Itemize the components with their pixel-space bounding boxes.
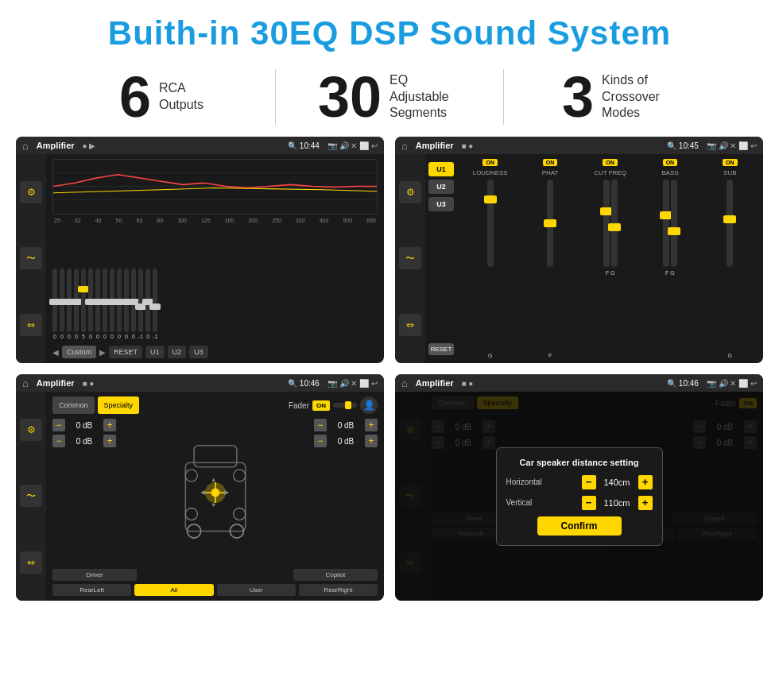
fader-minus-3[interactable]: − [314,419,327,431]
cross-main: U1 U2 U3 RESET ON LOUDNESS [425,154,763,363]
eq-u3-button[interactable]: U3 [189,346,208,358]
eq-dots: ● ▶ [83,141,96,150]
cross-icon-1[interactable]: ⚙ [399,181,421,203]
fader-avatar: 👤 [360,396,378,414]
cross-sidebar: ⚙ 〜 ⇔ [395,154,425,363]
vertical-minus-btn[interactable]: − [582,496,596,510]
fader-icon-3[interactable]: ⇔ [20,551,42,574]
fader-home-icon: ⌂ [22,377,29,389]
eq-icon-3[interactable]: ⇔ [20,314,42,336]
eq-next-button[interactable]: ▶ [99,346,106,358]
fader-icon-1[interactable]: ⚙ [20,419,42,441]
eq-status-icons: 📷 🔊 ✕ ⬜ ↩ [327,141,378,150]
horizontal-value: 140cm [599,478,635,487]
crossover-screen-card: ⌂ Amplifier ■ ● 🔍 10:45 📷 🔊 ✕ ⬜ ↩ ⚙ 〜 ⇔ … [395,137,763,363]
fader-all-btn[interactable]: All [134,584,213,596]
stat-number-eq: 30 [318,68,382,126]
eq-icon-1[interactable]: ⚙ [20,181,42,203]
fader-icon-2[interactable]: 〜 [20,485,42,507]
cross-u2-btn[interactable]: U2 [428,180,454,194]
fader-db-val-4: 0 dB [329,437,362,446]
confirm-button[interactable]: Confirm [537,516,622,536]
fader-copilot-btn[interactable]: Copilot [293,569,378,581]
eq-prev-button[interactable]: ◀ [52,346,59,358]
fader-status-icons: 📷 🔊 ✕ ⬜ ↩ [327,379,378,388]
eq-u2-button[interactable]: U2 [168,346,187,358]
fader-user-btn[interactable]: User [217,584,296,596]
eq-screen-card: ⌂ Amplifier ● ▶ 🔍 10:44 📷 🔊 ✕ ⬜ ↩ ⚙ 〜 ⇔ [16,137,384,363]
dist-time: 🔍 10:46 [667,379,699,388]
dist-home-icon: ⌂ [401,377,408,389]
eq-sidebar: ⚙ 〜 ⇔ [16,154,46,363]
loudness-on: ON [483,159,498,166]
fader-specialty-tab[interactable]: Specialty [98,396,140,414]
stat-rca: 6 RCAOutputs [48,68,275,126]
fader-tabs: Common Specialty Fader ON 👤 [52,396,378,414]
horizontal-plus-btn[interactable]: + [638,475,653,489]
fader-on-switch[interactable]: ON [312,400,330,411]
fader-screen-card: ⌂ Amplifier ■ ● 🔍 10:46 📷 🔊 ✕ ⬜ ↩ ⚙ 〜 ⇔ … [16,374,384,601]
fader-db-val-1: 0 dB [68,421,101,430]
cross-status-bar: ⌂ Amplifier ■ ● 🔍 10:45 📷 🔊 ✕ ⬜ ↩ [395,137,763,154]
eq-slider-4[interactable]: 0 [74,269,79,339]
fader-rearright-btn[interactable]: RearRight [299,584,378,596]
fader-common-tab[interactable]: Common [52,396,95,414]
fader-plus-2[interactable]: + [103,435,116,447]
bass-slider-f[interactable] [663,180,669,267]
svg-point-14 [233,508,245,520]
fader-minus-4[interactable]: − [314,435,327,447]
cross-dots: ■ ● [462,141,474,150]
bass-slider-g[interactable] [671,180,677,267]
bass-group: ON BASS [641,159,698,358]
eq-time: 🔍 10:44 [288,141,320,150]
cross-icon-3[interactable]: ⇔ [399,314,421,336]
fader-status-bar: ⌂ Amplifier ■ ● 🔍 10:46 📷 🔊 ✕ ⬜ ↩ [16,374,384,392]
fader-minus-2[interactable]: − [52,435,65,447]
eq-status-bar: ⌂ Amplifier ● ▶ 🔍 10:44 📷 🔊 ✕ ⬜ ↩ [16,137,384,154]
freq-labels: 2532405063 80100125160200 25032040050063… [52,218,378,223]
fader-db-val-2: 0 dB [68,437,101,446]
vertical-control: − 110cm + [582,496,653,510]
cutfreq-on: ON [603,159,618,166]
fader-time: 🔍 10:46 [288,379,320,388]
eq-main-content: 2532405063 80100125160200 25032040050063… [46,154,384,363]
fader-screen-body: ⚙ 〜 ⇔ Common Specialty Fader ON [16,392,384,601]
loudness-group: ON LOUDNESS G [462,159,518,358]
loudness-slider[interactable] [487,180,494,350]
fader-plus-4[interactable]: + [365,435,378,447]
sub-slider[interactable] [727,180,733,350]
fader-slider[interactable] [333,403,357,408]
phat-slider[interactable] [547,180,553,350]
eq-slider-15[interactable]: -1 [153,269,157,339]
eq-reset-button[interactable]: RESET [109,346,142,358]
cross-u1-btn[interactable]: U1 [428,162,454,176]
distance-screen-card: ⌂ Amplifier ■ ● 🔍 10:46 📷 🔊 ✕ ⬜ ↩ ⚙ 〜 ⇔ … [395,374,763,601]
eq-custom-button[interactable]: Custom [62,346,96,358]
cutfreq-group: ON CUT FREQ [582,159,638,358]
svg-text:◀: ◀ [200,489,205,496]
fader-minus-1[interactable]: − [52,419,65,431]
stat-number-rca: 6 [119,68,151,126]
fader-plus-1[interactable]: + [103,419,116,431]
cross-u3-btn[interactable]: U3 [428,197,454,211]
stats-row: 6 RCAOutputs 30 EQ AdjustableSegments 3 … [0,60,779,137]
fader-driver-btn[interactable]: Driver [52,569,137,581]
vertical-plus-btn[interactable]: + [638,496,653,510]
svg-text:▼: ▼ [211,501,216,509]
sub-label: SUB [723,169,736,176]
fader-db-row-3: − 0 dB + [314,419,378,431]
eq-icon-2[interactable]: 〜 [20,247,42,269]
fader-rearleft-btn[interactable]: RearLeft [52,584,131,596]
fader-plus-3[interactable]: + [365,419,378,431]
dist-app-title: Amplifier [416,378,454,388]
eq-app-title: Amplifier [37,141,75,150]
eq-u1-button[interactable]: U1 [145,346,165,358]
cutfreq-slider-g[interactable] [611,180,618,267]
horizontal-minus-btn[interactable]: − [582,475,596,489]
cutfreq-label: CUT FREQ [594,169,626,176]
dist-status-bar: ⌂ Amplifier ■ ● 🔍 10:46 📷 🔊 ✕ ⬜ ↩ [395,374,763,392]
cross-time: 🔍 10:45 [667,141,699,150]
cross-icon-2[interactable]: 〜 [399,247,421,269]
cross-reset-btn[interactable]: RESET [428,343,454,355]
fader-main-content: Common Specialty Fader ON 👤 [46,392,384,601]
